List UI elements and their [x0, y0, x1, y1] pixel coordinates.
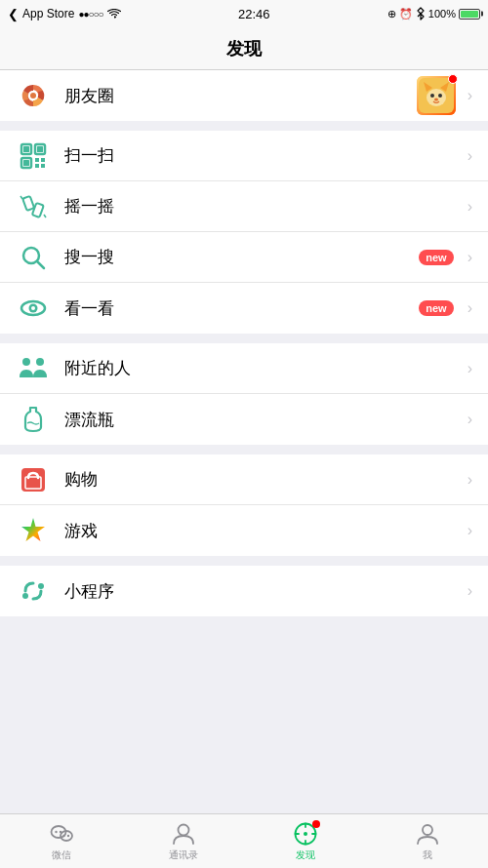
bluetooth-icon: [416, 7, 426, 20]
page-title: 发现: [226, 37, 262, 60]
alarm-icon: ⏰: [399, 8, 413, 20]
svg-point-32: [36, 358, 44, 366]
chevron-right-icon: ›: [468, 299, 472, 317]
status-right: ⊕ ⏰ 100%: [387, 7, 480, 20]
svg-rect-19: [41, 158, 45, 162]
svg-rect-21: [41, 164, 45, 168]
chevron-back-icon: ❮: [8, 7, 19, 21]
faxian-notification-dot: [312, 820, 320, 828]
svg-point-11: [434, 99, 438, 101]
tab-wo[interactable]: 我: [366, 814, 488, 868]
menu-item-youxi[interactable]: 游戏 ›: [0, 505, 488, 556]
discover-tab-icon: [293, 821, 318, 847]
chevron-right-icon: ›: [468, 471, 472, 489]
location-icon: ⊕: [387, 8, 396, 20]
tab-faxian[interactable]: 发现: [244, 814, 366, 868]
status-left: ❮ App Store ●●○○○: [8, 7, 121, 21]
main-content: 朋友圈: [0, 70, 488, 813]
xiaochengxu-label: 小程序: [64, 580, 464, 603]
contacts-tab-icon: [171, 821, 196, 847]
scan-icon: [16, 138, 51, 174]
wifi-icon: [107, 9, 121, 20]
shopping-icon: [16, 462, 51, 497]
svg-point-47: [304, 832, 307, 836]
svg-point-45: [178, 824, 188, 835]
souyisou-badge: new: [419, 250, 453, 265]
svg-rect-22: [22, 195, 34, 210]
title-bar: 发现: [0, 27, 488, 70]
svg-point-9: [430, 94, 434, 98]
menu-item-souyisou[interactable]: 搜一搜 new ›: [0, 232, 488, 283]
svg-point-37: [38, 583, 44, 589]
menu-item-pengyouquan[interactable]: 朋友圈: [0, 70, 488, 121]
fujindren-label: 附近的人: [64, 357, 464, 379]
menu-item-yaoyiyao[interactable]: 摇一摇 ›: [0, 181, 488, 232]
youxi-label: 游戏: [64, 520, 464, 542]
chevron-right-icon: ›: [468, 360, 472, 377]
menu-item-gouwu[interactable]: 购物 ›: [0, 454, 488, 505]
moments-notification-dot: [448, 74, 458, 84]
svg-point-31: [22, 358, 30, 366]
signal-dots: ●●○○○: [78, 9, 102, 20]
chevron-right-icon: ›: [468, 87, 472, 104]
game-icon: [16, 513, 51, 548]
souyisou-label: 搜一搜: [64, 246, 419, 268]
saoyisao-label: 扫一扫: [64, 144, 464, 167]
me-tab-icon: [415, 821, 440, 847]
app-store-label: App Store: [22, 7, 74, 20]
menu-item-fujindren[interactable]: 附近的人 ›: [0, 343, 488, 394]
faxian-tab-label: 发现: [296, 848, 315, 862]
nearby-people-icon: [16, 351, 51, 386]
section-tools: 扫一扫 › 摇一摇 ›: [0, 131, 488, 334]
weixin-tab-label: 微信: [52, 848, 71, 862]
chevron-right-icon: ›: [468, 582, 472, 600]
eye-icon: [16, 291, 51, 326]
svg-line-25: [44, 215, 46, 217]
mini-program-icon: [16, 573, 51, 609]
svg-point-6: [427, 89, 446, 106]
svg-point-40: [55, 830, 57, 832]
svg-rect-15: [37, 146, 43, 152]
menu-item-saoyisao[interactable]: 扫一扫 ›: [0, 131, 488, 181]
svg-line-27: [37, 261, 44, 268]
svg-rect-13: [23, 146, 29, 152]
weixin-tab-icon: [49, 821, 74, 847]
svg-rect-20: [35, 164, 39, 168]
svg-point-52: [423, 825, 432, 835]
svg-point-43: [62, 834, 64, 836]
drift-bottle-icon: [16, 402, 51, 437]
search-icon: [16, 240, 51, 275]
chevron-right-icon: ›: [468, 522, 472, 539]
status-time: 22:46: [238, 7, 270, 21]
menu-item-piaoliuping[interactable]: 漂流瓶 ›: [0, 394, 488, 445]
chevron-right-icon: ›: [468, 411, 472, 428]
shake-icon: [16, 189, 51, 224]
section-nearby: 附近的人 › 漂流瓶 ›: [0, 343, 488, 445]
svg-rect-18: [35, 158, 39, 162]
pengyouquan-label: 朋友圈: [64, 85, 417, 107]
svg-line-24: [20, 196, 22, 199]
wo-tab-label: 我: [423, 848, 432, 862]
section-mini: 小程序 ›: [0, 566, 488, 616]
battery-label: 100%: [428, 8, 456, 20]
menu-item-kanyikan[interactable]: 看一看 new ›: [0, 283, 488, 334]
svg-point-44: [66, 834, 68, 836]
tab-tongxunlu[interactable]: 通讯录: [122, 814, 244, 868]
kanyikan-badge: new: [419, 300, 453, 316]
section-services: 购物 ›: [0, 454, 488, 556]
svg-point-30: [31, 306, 35, 310]
battery-icon: [459, 9, 480, 20]
tab-weixin[interactable]: 微信: [0, 814, 122, 868]
chevron-right-icon: ›: [468, 147, 472, 165]
svg-rect-17: [23, 160, 29, 166]
moments-thumbnail: [417, 76, 456, 115]
svg-point-4: [30, 93, 36, 99]
tongxunlu-tab-label: 通讯录: [169, 848, 198, 862]
pengyouquan-icon: [16, 78, 51, 113]
tab-bar: 微信 通讯录 发现: [0, 813, 488, 868]
menu-item-xiaochengxu[interactable]: 小程序 ›: [0, 566, 488, 616]
status-bar: ❮ App Store ●●○○○ 22:46 ⊕ ⏰ 100%: [0, 0, 488, 27]
svg-point-38: [22, 593, 28, 599]
piaoliuping-label: 漂流瓶: [64, 409, 464, 431]
chevron-right-icon: ›: [468, 198, 472, 216]
